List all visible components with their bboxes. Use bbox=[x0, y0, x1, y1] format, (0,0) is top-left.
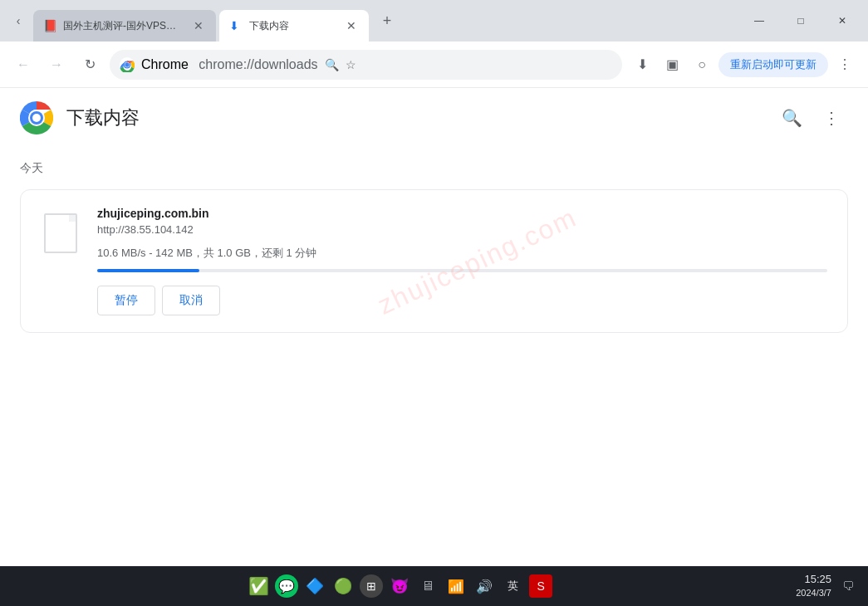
close-button[interactable]: ✕ bbox=[823, 8, 861, 33]
taskbar-right: 15:25 2024/3/7 🗨 bbox=[796, 572, 858, 600]
tab-favicon-active: ⬇ bbox=[229, 19, 243, 32]
address-bar[interactable]: Chrome chrome://downloads 🔍 ☆ bbox=[110, 50, 622, 80]
downloads-list: 今天 zhujiceping.com zhujiceping.com.bin h… bbox=[0, 148, 868, 566]
notification-button[interactable]: 🗨 bbox=[838, 576, 858, 596]
grid-icon[interactable]: ⊞ bbox=[360, 574, 383, 598]
more-downloads-button[interactable]: ⋮ bbox=[815, 101, 848, 134]
cancel-button[interactable]: 取消 bbox=[162, 286, 220, 315]
more-menu-button[interactable]: ⋮ bbox=[831, 51, 858, 78]
check-icon[interactable]: ✅ bbox=[247, 574, 270, 598]
downloads-header: 下载内容 🔍 ⋮ bbox=[0, 88, 868, 148]
tab-active[interactable]: ⬇ 下载内容 ✕ bbox=[219, 10, 369, 42]
back-button[interactable]: ← bbox=[10, 51, 37, 78]
maximize-button[interactable]: □ bbox=[782, 8, 820, 33]
download-filename: zhujiceping.com.bin bbox=[97, 207, 827, 220]
tab-inactive[interactable]: 📕 国外主机测评-国外VPS、国… ✕ bbox=[33, 10, 216, 42]
clock-date: 2024/3/7 bbox=[796, 587, 831, 599]
clock-time: 15:25 bbox=[796, 572, 831, 587]
download-icon-button[interactable]: ⬇ bbox=[629, 51, 655, 78]
sound-icon[interactable]: 🔊 bbox=[473, 574, 496, 598]
tab-scroll-back[interactable]: ‹ bbox=[7, 9, 30, 32]
tab-close-active[interactable]: ✕ bbox=[344, 18, 359, 33]
tab-title-active: 下载内容 bbox=[249, 19, 337, 33]
refresh-button[interactable]: ↻ bbox=[76, 51, 103, 78]
watermark-container: zhujiceping.com zhujiceping.com.bin http… bbox=[20, 189, 848, 333]
taskbar-clock: 15:25 2024/3/7 bbox=[796, 572, 831, 600]
lang-icon[interactable]: 英 bbox=[501, 574, 524, 598]
file-icon-container bbox=[41, 210, 81, 257]
progress-bar-container bbox=[97, 269, 827, 272]
progress-bar-fill bbox=[97, 269, 199, 272]
address-path: chrome://downloads bbox=[195, 57, 318, 72]
taskbar-center: ✅ 💬 🔷 🟢 ⊞ 😈 🖥 📶 🔊 英 S bbox=[10, 574, 789, 598]
tab-favicon-inactive: 📕 bbox=[43, 19, 56, 32]
search-address-icon[interactable]: 🔍 bbox=[325, 58, 339, 71]
download-item: zhujiceping.com.bin http://38.55.104.142… bbox=[20, 189, 848, 333]
tab-close-inactive[interactable]: ✕ bbox=[191, 18, 206, 33]
download-info: zhujiceping.com.bin http://38.55.104.142… bbox=[97, 207, 827, 315]
browser-window: ‹ 📕 国外主机测评-国外VPS、国… ✕ ⬇ 下载内容 ✕ + — □ ✕ ←… bbox=[0, 0, 868, 606]
wechat-icon[interactable]: 💬 bbox=[275, 574, 298, 598]
header-actions: 🔍 ⋮ bbox=[775, 101, 848, 134]
tab-bar: ‹ 📕 国外主机测评-国外VPS、国… ✕ ⬇ 下载内容 ✕ + — □ ✕ bbox=[0, 0, 868, 42]
tab-title-inactive: 国外主机测评-国外VPS、国… bbox=[63, 19, 184, 33]
bluetooth-icon[interactable]: 🔷 bbox=[303, 574, 326, 598]
devil-icon[interactable]: 😈 bbox=[388, 574, 411, 598]
update-button[interactable]: 重新启动即可更新 bbox=[718, 52, 828, 77]
minimize-button[interactable]: — bbox=[740, 8, 778, 33]
page-title: 下载内容 bbox=[66, 105, 140, 130]
svg-point-7 bbox=[32, 114, 41, 122]
omnibar: ← → ↻ Chrome chrome://downloads 🔍 ☆ ⬇ bbox=[0, 42, 868, 88]
chrome-logo-large bbox=[20, 101, 53, 134]
search-downloads-button[interactable]: 🔍 bbox=[775, 101, 808, 134]
taskbar: ✅ 💬 🔷 🟢 ⊞ 😈 🖥 📶 🔊 英 S 15:25 2024/3/7 🗨 bbox=[0, 566, 868, 606]
download-actions: 暂停 取消 bbox=[97, 286, 827, 315]
sougou-icon[interactable]: S bbox=[529, 574, 552, 598]
wifi-icon[interactable]: 📶 bbox=[444, 574, 468, 598]
address-domain: Chrome bbox=[141, 57, 189, 72]
profile-button[interactable]: ○ bbox=[689, 51, 715, 78]
tab-search-button[interactable]: ▣ bbox=[659, 51, 685, 78]
monitor-icon[interactable]: 🖥 bbox=[416, 574, 439, 598]
bookmark-icon[interactable]: ☆ bbox=[346, 58, 356, 71]
omnibar-actions: ⬇ ▣ ○ 重新启动即可更新 ⋮ bbox=[629, 51, 858, 78]
download-progress-text: 10.6 MB/s - 142 MB，共 1.0 GB，还剩 1 分钟 bbox=[97, 246, 827, 261]
chrome-logo-small bbox=[120, 57, 135, 72]
nvidia-icon[interactable]: 🟢 bbox=[331, 574, 355, 598]
file-icon bbox=[44, 213, 77, 253]
download-url: http://38.55.104.142 bbox=[97, 223, 827, 236]
pause-button[interactable]: 暂停 bbox=[97, 286, 155, 315]
page-content: 下载内容 🔍 ⋮ 今天 zhujiceping.com zhujiceping.… bbox=[0, 88, 868, 566]
window-controls: — □ ✕ bbox=[740, 8, 861, 33]
new-tab-button[interactable]: + bbox=[375, 9, 399, 32]
svg-point-3 bbox=[125, 62, 129, 66]
forward-button[interactable]: → bbox=[43, 51, 70, 78]
section-today-label: 今天 bbox=[20, 161, 848, 176]
